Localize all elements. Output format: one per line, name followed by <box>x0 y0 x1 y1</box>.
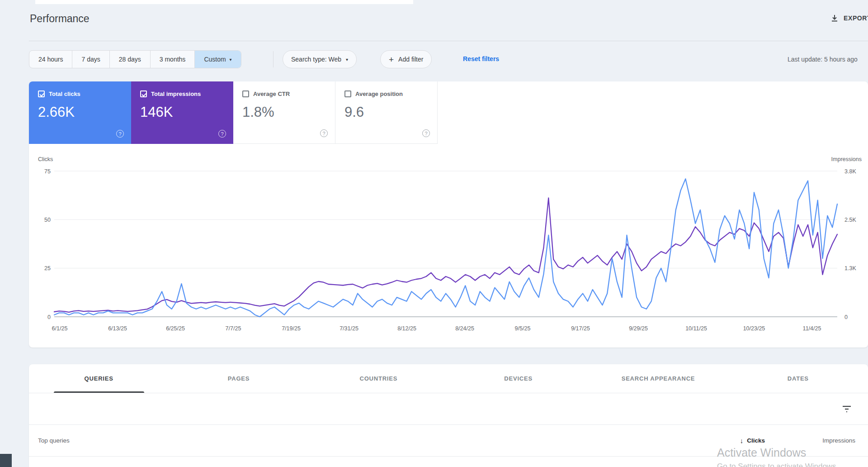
tab-devices[interactable]: DEVICES <box>448 364 588 393</box>
table-tabs: QUERIESPAGESCOUNTRIESDEVICESSEARCH APPEA… <box>29 364 868 393</box>
table-header-row: Top queries ↓ Clicks Impressions <box>29 425 868 457</box>
help-icon[interactable]: ? <box>320 129 328 137</box>
bottom-left-panel-fragment <box>0 454 12 467</box>
checked-checkbox-icon[interactable] <box>140 91 147 97</box>
metric-card-total-clicks[interactable]: Total clicks2.66K? <box>29 81 131 144</box>
sort-descending-icon: ↓ <box>740 437 744 444</box>
svg-text:0: 0 <box>844 314 848 320</box>
chip-label: 24 hours <box>38 56 63 63</box>
chip-label: 28 days <box>119 56 141 63</box>
export-button[interactable]: EXPORT <box>830 14 868 23</box>
column-impressions[interactable]: Impressions <box>765 437 855 444</box>
tab-queries[interactable]: QUERIES <box>29 364 169 393</box>
metric-value: 146K <box>140 104 233 120</box>
filter-bar: 24 hours7 days28 days3 monthsCustom▾ Sea… <box>0 50 868 68</box>
metric-card-total-impressions[interactable]: Total impressions146K? <box>131 81 233 144</box>
page-title: Performance <box>30 13 90 25</box>
search-type-filter[interactable]: Search type: Web ▾ <box>283 50 357 68</box>
svg-text:Impressions: Impressions <box>831 156 862 162</box>
tab-pages[interactable]: PAGES <box>169 364 308 393</box>
svg-text:11/4/25: 11/4/25 <box>803 325 821 332</box>
table-filter-button[interactable] <box>841 404 853 415</box>
svg-text:25: 25 <box>44 265 51 272</box>
svg-text:9/5/25: 9/5/25 <box>515 325 531 332</box>
date-range-custom[interactable]: Custom▾ <box>195 51 241 68</box>
column-top-queries: Top queries <box>38 437 70 444</box>
svg-text:7/7/25: 7/7/25 <box>226 325 241 332</box>
svg-text:Clicks: Clicks <box>38 156 53 162</box>
header-divider <box>29 41 868 41</box>
plus-icon: + <box>389 55 394 64</box>
help-icon[interactable]: ? <box>116 130 124 138</box>
svg-text:3.8K: 3.8K <box>844 168 856 175</box>
svg-text:8/12/25: 8/12/25 <box>397 325 416 332</box>
impressions-line <box>54 198 837 312</box>
metric-label: Average CTR <box>253 91 290 97</box>
tab-dates[interactable]: DATES <box>728 364 868 393</box>
reset-filters-link[interactable]: Reset filters <box>463 55 499 62</box>
metric-label: Total clicks <box>49 91 80 97</box>
tab-countries[interactable]: COUNTRIES <box>309 364 448 393</box>
svg-text:6/13/25: 6/13/25 <box>108 325 127 332</box>
last-update-text: Last update: 5 hours ago <box>788 56 858 63</box>
add-filter-button[interactable]: + Add filter <box>380 50 432 68</box>
clicks-line <box>54 179 837 317</box>
svg-text:0: 0 <box>47 314 51 320</box>
svg-text:6/1/25: 6/1/25 <box>52 325 68 332</box>
add-filter-label: Add filter <box>398 56 423 63</box>
svg-text:9/29/25: 9/29/25 <box>629 325 648 332</box>
filter-list-icon <box>841 404 853 415</box>
svg-text:8/24/25: 8/24/25 <box>455 325 474 332</box>
svg-text:50: 50 <box>44 217 51 223</box>
filter-separator <box>273 51 274 67</box>
date-range-3-months[interactable]: 3 months <box>151 51 195 68</box>
chevron-down-icon: ▾ <box>230 57 232 62</box>
chip-label: 7 days <box>81 56 100 63</box>
export-label: EXPORT <box>844 14 868 22</box>
clicks-column-label: Clicks <box>747 437 765 444</box>
date-range-7-days[interactable]: 7 days <box>72 51 109 68</box>
svg-text:1.3K: 1.3K <box>844 265 856 272</box>
metric-value: 1.8% <box>242 104 335 120</box>
unchecked-checkbox-icon[interactable] <box>344 91 351 97</box>
chip-label: Custom <box>204 56 226 63</box>
svg-text:10/11/25: 10/11/25 <box>685 325 707 332</box>
date-range-group: 24 hours7 days28 days3 monthsCustom▾ <box>29 50 241 68</box>
metric-value: 9.6 <box>344 104 437 120</box>
checked-checkbox-icon[interactable] <box>38 91 45 97</box>
svg-text:7/19/25: 7/19/25 <box>282 325 301 332</box>
metric-label: Total impressions <box>151 91 201 97</box>
download-icon <box>830 14 839 23</box>
svg-text:2.5K: 2.5K <box>844 217 856 223</box>
svg-text:7/31/25: 7/31/25 <box>340 325 359 332</box>
svg-text:6/25/25: 6/25/25 <box>166 325 185 332</box>
metric-cards: Total clicks2.66K?Total impressions146K?… <box>29 81 438 144</box>
metric-value: 2.66K <box>38 104 131 120</box>
column-clicks-sort[interactable]: ↓ Clicks <box>740 437 765 444</box>
svg-text:75: 75 <box>44 168 51 175</box>
unchecked-checkbox-icon[interactable] <box>242 91 249 97</box>
help-icon[interactable]: ? <box>422 129 430 137</box>
date-range-28-days[interactable]: 28 days <box>110 51 151 68</box>
svg-text:10/23/25: 10/23/25 <box>743 325 765 332</box>
performance-chart-card: 753.8K502.5K251.3K00ClicksImpressions6/1… <box>29 81 868 348</box>
chip-label: 3 months <box>160 56 186 63</box>
table-toolbar <box>29 393 868 425</box>
metric-label: Average position <box>355 91 403 97</box>
chevron-down-icon: ▾ <box>346 57 348 62</box>
tab-search-appearance[interactable]: SEARCH APPEARANCE <box>588 364 728 393</box>
search-type-label: Search type: Web <box>291 56 341 63</box>
dimension-table-card: QUERIESPAGESCOUNTRIESDEVICESSEARCH APPEA… <box>29 364 868 467</box>
metric-card-average-position[interactable]: Average position9.6? <box>335 81 438 144</box>
svg-text:9/17/25: 9/17/25 <box>571 325 590 332</box>
metric-card-average-ctr[interactable]: Average CTR1.8%? <box>233 81 335 144</box>
top-content-edge <box>35 0 413 4</box>
date-range-24-hours[interactable]: 24 hours <box>29 51 72 68</box>
help-icon[interactable]: ? <box>218 130 226 138</box>
